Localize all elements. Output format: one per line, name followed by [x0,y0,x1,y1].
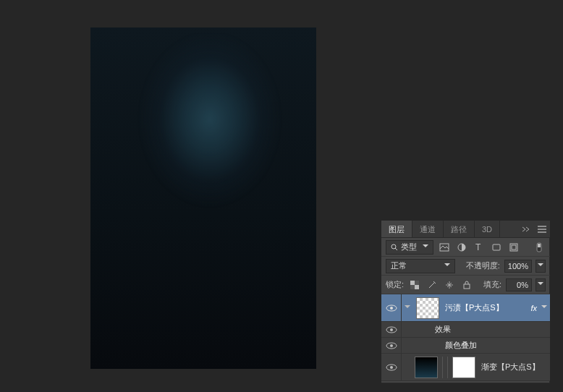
eye-icon [386,364,397,371]
lock-row: 锁定: 填充: 0% [381,276,550,294]
visibility-toggle[interactable] [381,294,402,321]
svg-text:T: T [475,243,481,252]
effects-label: 效果 [432,324,550,335]
blend-row: 正常 不透明度: 100% [381,257,550,276]
fill-dropdown-button[interactable] [536,278,546,291]
fx-badge[interactable]: fx [526,304,541,312]
filter-type-icon[interactable]: T [473,241,486,254]
svg-rect-13 [410,285,415,289]
filter-shape-icon[interactable] [490,241,503,254]
tab-channels[interactable]: 通道 [412,221,444,237]
canvas-artwork [134,35,286,223]
svg-rect-14 [464,284,470,289]
filter-adjust-icon[interactable] [455,241,468,254]
filter-toggle-switch[interactable] [533,241,546,254]
fill-input[interactable]: 0% [506,278,532,291]
eye-icon [386,342,397,349]
lock-position-icon[interactable] [443,278,456,291]
search-icon [391,244,398,251]
layer-filter-row: 类型 T [381,238,550,257]
svg-point-18 [390,328,393,331]
svg-rect-11 [415,285,419,289]
opacity-label: 不透明度: [466,260,500,271]
eye-icon [386,304,397,312]
document-canvas[interactable] [90,27,316,369]
blend-mode-value: 正常 [391,260,407,271]
svg-rect-5 [493,244,500,250]
layer-list: 污渍【P大点S】 fx 效果 颜色叠加 渐变【P大 [381,294,550,381]
layers-panel: 图层 通道 路径 3D 类型 T [381,221,550,383]
panel-menu-icon[interactable] [534,221,550,237]
layer-mask-thumbnail[interactable] [452,357,475,378]
chevron-down-icon [423,242,428,252]
filter-pixel-icon[interactable] [438,241,451,254]
eye-icon [386,326,397,333]
layer-row-2[interactable]: 渐变【P大点S】 [381,354,550,381]
layer-name[interactable]: 污渍【P大点S】 [442,302,526,313]
panel-tabs: 图层 通道 路径 3D [381,221,550,238]
chevron-down-icon [444,261,450,270]
layer-thumbnail[interactable] [416,297,439,319]
fill-label: 填充: [483,279,501,290]
effects-row[interactable]: 效果 [381,322,550,338]
layer-name[interactable]: 渐变【P大点S】 [478,362,550,372]
lock-transparency-icon[interactable] [408,278,421,291]
tab-layers[interactable]: 图层 [381,221,412,237]
visibility-toggle[interactable] [381,322,402,337]
tab-3d[interactable]: 3D [475,221,500,237]
svg-line-1 [395,248,397,250]
color-overlay-row[interactable]: 颜色叠加 [381,338,550,354]
opacity-input[interactable]: 100% [504,260,532,273]
lock-pixels-icon[interactable] [426,278,439,291]
layer-row-1[interactable]: 污渍【P大点S】 fx [381,294,550,322]
opacity-dropdown-button[interactable] [536,260,546,273]
expand-toggle[interactable] [405,305,410,311]
color-overlay-label: 颜色叠加 [442,340,550,351]
fx-chevron-icon[interactable] [541,303,547,312]
filter-kind-label: 类型 [401,242,417,252]
mask-link-icon[interactable] [442,357,448,378]
filter-kind-select[interactable]: 类型 [386,240,433,255]
svg-point-22 [390,366,393,369]
filter-smart-icon[interactable] [507,241,520,254]
collapse-icon[interactable] [518,221,534,237]
visibility-toggle[interactable] [381,338,402,353]
svg-point-20 [390,344,393,347]
svg-rect-7 [512,245,516,250]
visibility-toggle[interactable] [381,354,402,380]
blend-mode-select[interactable]: 正常 [386,259,455,273]
tab-paths[interactable]: 路径 [444,221,475,237]
svg-point-16 [390,307,393,310]
lock-label: 锁定: [386,279,404,290]
svg-rect-12 [415,281,419,285]
svg-rect-10 [410,281,415,285]
svg-rect-9 [538,244,541,247]
layer-fill-thumbnail[interactable] [415,357,438,378]
lock-all-icon[interactable] [460,278,473,291]
